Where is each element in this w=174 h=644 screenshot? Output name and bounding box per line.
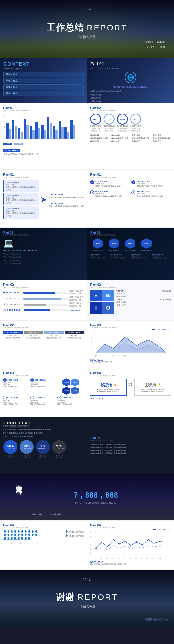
swot-grid: S W T O bbox=[90, 290, 114, 314]
svg-point-81 bbox=[153, 543, 155, 544]
cover-reporter: 汇报人：千图网 bbox=[144, 45, 165, 49]
hex-mini-3: GOOD bbox=[62, 387, 70, 395]
svg-rect-20 bbox=[64, 127, 67, 139]
hex-row: 80% GOOD IDEAS 80% GOOD IDEAS 80% GOOD I… bbox=[90, 238, 171, 251]
svg-text:4: 4 bbox=[91, 336, 92, 338]
svg-text:Q7: Q7 bbox=[42, 138, 44, 139]
arrow-right-items: → GOOD IDEAS 请输入内容请输入内容请输入内容请输入内容 → GOOD… bbox=[49, 191, 84, 208]
svg-text:Q12: Q12 bbox=[159, 557, 162, 559]
person-12: 👤 bbox=[7, 534, 10, 536]
part03-num-grid: 1 GOOD IDEAS ·请输入内容·请输入内容请输入内容请输入内容 2 GO… bbox=[3, 378, 84, 395]
slide-context: CONTEXT It is about to happen 请输入标题 请输入标… bbox=[0, 58, 174, 103]
prog-sub-1: 请输入内容请输入内容请输入内容 bbox=[69, 290, 84, 295]
person-10: 👤 bbox=[35, 530, 38, 533]
swot-w: W bbox=[102, 290, 114, 301]
person-14: 👤 bbox=[14, 534, 17, 536]
tab-items-row: GOOD IDEAS 请输入内容请输入内容请输入内容 GOOD IDEAS 请输… bbox=[3, 331, 84, 339]
thumb-down-icon: 👎 bbox=[157, 383, 160, 386]
thumb-up-icon: 👍 bbox=[113, 383, 116, 386]
circle-label-4: GOOD IDEAS请输入内容请输入内容 bbox=[130, 125, 141, 132]
person-19: 👤 bbox=[31, 534, 34, 536]
hexagon-3: 80% bbox=[125, 238, 135, 249]
context-item-3: 请输入标题 bbox=[3, 84, 84, 90]
svg-point-71 bbox=[95, 548, 97, 549]
svg-text:Q7: Q7 bbox=[129, 557, 131, 559]
tabs-sub: INPUTYOURGOODIDEASHERE bbox=[3, 327, 84, 329]
tab-sub-2: 请输入内容请输入内容请输入内容 bbox=[24, 335, 43, 339]
youth-item-1: 请输入内容 bbox=[32, 513, 42, 516]
swot-row-labels: Strength Weakness bbox=[116, 290, 171, 292]
people-icons: 👤👤👤👤👤 👤👤👤👤👤 👤👤👤👤👤 👤👤👤👤👤 👤👤👤👤 👤👤👤👤 0 5 10… bbox=[3, 530, 63, 545]
tab-sub-4: 请输入内容请输入内容请输入内容 bbox=[65, 335, 84, 339]
line-legend: PLANE PLANE bbox=[90, 529, 171, 530]
svg-text:Q9: Q9 bbox=[54, 138, 56, 139]
svg-point-75 bbox=[119, 543, 120, 545]
hex-item-1: 80% GOOD IDEAS bbox=[90, 238, 105, 251]
person-11: 👤 bbox=[3, 534, 6, 536]
slide-tabs-area: Part 02 INPUTYOURGOODIDEASHERE GOOD IDEA… bbox=[0, 320, 174, 368]
circle-ring-1: 80% bbox=[90, 114, 101, 125]
tabs-panel: Part 02 INPUTYOURGOODIDEASHERE GOOD IDEA… bbox=[0, 320, 87, 368]
svg-text:Q10: Q10 bbox=[59, 138, 61, 139]
part02-details: 请输入内容请输入内容请输入内容请输入内容 请输入内容请输入内容请输入内容请输入内… bbox=[90, 134, 171, 143]
svg-text:Q1: Q1 bbox=[8, 138, 10, 139]
svg-text:10: 10 bbox=[20, 543, 22, 544]
prog-label-3: GOOD IDEAS bbox=[7, 304, 23, 306]
prog-bg-4 bbox=[24, 309, 68, 311]
tab-item-2: GOOD IDEAS 请输入内容请输入内容请输入内容 bbox=[24, 331, 43, 339]
svg-rect-4 bbox=[18, 128, 20, 139]
p3-title-5: GOOD IDEAS bbox=[35, 397, 46, 399]
big-circle-78-ring: 78% GOOD IDEAS bbox=[20, 440, 34, 454]
num-circle-4: 4 bbox=[131, 190, 135, 194]
big-circle-68-ring: 68% GOOD IDEAS bbox=[3, 440, 17, 454]
dark-text-lines: 请输入内容请输入内容 请输入内容请输入内容 请输入内容请输入内容 请输入内容请输… bbox=[3, 253, 84, 265]
globe-icon: 🌐 bbox=[125, 72, 136, 83]
youth-item-2: 请输入内容 bbox=[51, 513, 61, 516]
p4-part: Part 04 bbox=[90, 371, 171, 375]
tab-sub-3: 请输入内容请输入内容请输入内容 bbox=[44, 335, 64, 339]
hexagon-4: 80% bbox=[141, 238, 152, 249]
num-item-1: 1 GOOD IDEAS 请输入内容请输入内容请输入内容请输入内容 bbox=[90, 180, 130, 188]
person-3: 👤 bbox=[10, 530, 13, 533]
svg-text:Q1: Q1 bbox=[95, 557, 96, 559]
svg-point-73 bbox=[107, 546, 108, 547]
context-panel: CONTEXT It is about to happen 请输入标题 请输入标… bbox=[0, 58, 87, 103]
people-part: Part 04 bbox=[3, 523, 84, 527]
svg-rect-22 bbox=[70, 120, 72, 139]
num-text-3: GOOD IDEAS 请输入内容请输入内容请输入内容请输入内容 bbox=[95, 190, 122, 198]
dark-input-text: INPUTYOURGOODIDEASHERE bbox=[3, 249, 84, 252]
dark-right-part: Part 02 bbox=[90, 231, 171, 234]
prog-row-3: ✕ GOOD IDEAS 请输入内容请输入内容请输入内容 bbox=[3, 302, 84, 307]
person-g8: 👤 bbox=[28, 537, 31, 540]
youth-cn-text: 青春无价 bbox=[14, 480, 23, 484]
dark-sub-4: GOOD IDEAS 请输入内容请输入内容请输入内容 bbox=[152, 253, 171, 259]
context-item-2: 请输入标题 bbox=[3, 78, 84, 83]
area-part: Part 03 bbox=[90, 323, 171, 327]
swot-t: T bbox=[90, 302, 102, 314]
part01-label: Part 01 bbox=[3, 106, 84, 110]
cover-year: 2018 bbox=[83, 7, 91, 10]
tab-badge-4: GOOD IDEAS bbox=[65, 331, 84, 334]
p3-num-5: 5 bbox=[30, 396, 34, 399]
right-item-2: → GOOD IDEAS 请输入内容请输入内容请输入内容请输入内容 bbox=[49, 200, 84, 208]
progress-items: + GOOD IDEAS 请输入内容请输入内容请输入内容 + GOOD IDEA… bbox=[3, 290, 84, 312]
p3-text-5: ·请输入内容·请输入内容请输入内容请输入内容 bbox=[30, 400, 45, 405]
svg-text:1: 1 bbox=[90, 552, 91, 554]
part01-title: Part 01 bbox=[90, 61, 171, 66]
hex-mini-2: IDEAS bbox=[71, 378, 79, 386]
cover-title-cn: 工作总结 bbox=[47, 22, 84, 34]
tab-badge-3: GOOD IDEAS bbox=[44, 331, 64, 334]
hexagon-2: 80% bbox=[109, 238, 119, 249]
svg-text:15: 15 bbox=[29, 543, 30, 544]
circles-panel: Part 02 INPUTYOURGOODIDEASHERE 80% GOOD … bbox=[87, 103, 174, 170]
slide-final: 2018 谢谢 REPORT ·请输入标题 千图网感谢一路有你 bbox=[0, 570, 174, 627]
slide-dark-part02: Part 02 INPUTYOURGOODIDEASHERE 💻 INPUTYO… bbox=[0, 228, 174, 280]
person-g4: 👤 bbox=[14, 537, 17, 540]
swot-items: ·请输入内容 ·请输入内容 bbox=[116, 292, 171, 298]
p3-item-1: 1 GOOD IDEAS ·请输入内容·请输入内容请输入内容请输入内容 bbox=[3, 378, 30, 395]
svg-text:Q4: Q4 bbox=[112, 557, 114, 559]
dark-left-panel: Part 02 INPUTYOURGOODIDEASHERE 💻 INPUTYO… bbox=[0, 228, 87, 280]
swot-sub: INPUTYOURGOODIDEASHERE bbox=[90, 286, 171, 288]
good-dark-input: INPUTYOURGOODIDEASHERE bbox=[3, 436, 84, 438]
svg-text:Q5: Q5 bbox=[31, 138, 33, 139]
